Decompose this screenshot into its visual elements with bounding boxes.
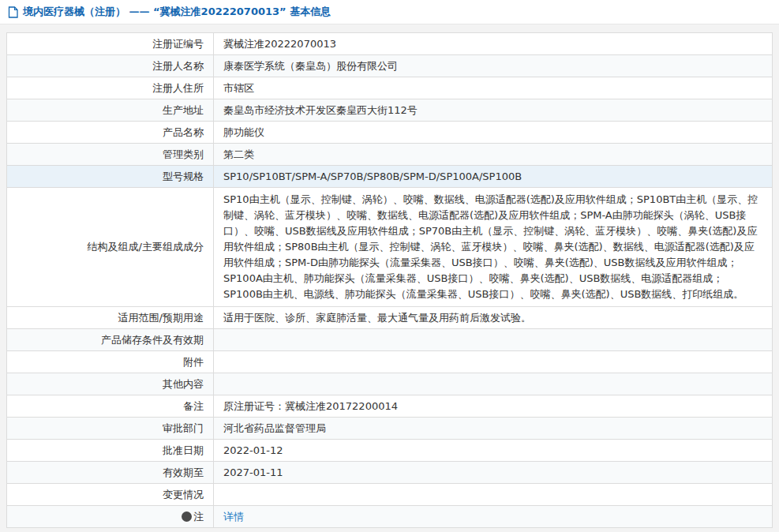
row-label: 产品名称 bbox=[7, 122, 214, 143]
row-label: 审批部门 bbox=[7, 418, 214, 439]
row-value: 河北省药品监督管理局 bbox=[214, 418, 772, 439]
row-value: 肺功能仪 bbox=[214, 122, 772, 143]
table-row-approval-date: 批准日期 2022-01-12 bbox=[7, 440, 772, 462]
table-row-management-class: 管理类别 第二类 bbox=[7, 144, 772, 166]
row-value: SP10由主机（显示、控制键、涡轮）、咬嘴、数据线、电源适配器(选配)及应用软件… bbox=[214, 188, 772, 306]
row-label: 适用范围/预期用途 bbox=[7, 307, 214, 328]
table-row-production-address: 生产地址 秦皇岛市经济技术开发区秦皇西大街112号 bbox=[7, 99, 772, 122]
row-label: 备注 bbox=[7, 395, 214, 417]
row-label: 有效期至 bbox=[7, 462, 214, 483]
row-value: 适用于医院、诊所、家庭肺活量、最大通气量及用药前后激发试验。 bbox=[214, 307, 772, 328]
page-title: 境内医疗器械（注册） —— “冀械注准20222070013” 基本信息 bbox=[23, 5, 331, 19]
table-row-intended-use: 适用范围/预期用途 适用于医院、诊所、家庭肺活量、最大通气量及用药前后激发试验。 bbox=[7, 307, 772, 329]
details-link[interactable]: 详情 bbox=[223, 509, 244, 525]
row-label: 产品储存条件及有效期 bbox=[7, 329, 214, 350]
table-row-registrant-name: 注册人名称 康泰医学系统（秦皇岛）股份有限公司 bbox=[7, 55, 772, 77]
row-value: 2022-01-12 bbox=[214, 440, 772, 461]
row-label: 注册人名称 bbox=[7, 55, 214, 77]
document-icon bbox=[8, 6, 18, 18]
page-header: 境内医疗器械（注册） —— “冀械注准20222070013” 基本信息 bbox=[0, 0, 779, 24]
table-row-storage-validity: 产品储存条件及有效期 bbox=[7, 329, 772, 351]
row-label: 其他内容 bbox=[7, 373, 214, 395]
row-label: 批准日期 bbox=[7, 440, 214, 461]
row-value bbox=[214, 329, 772, 350]
table-row-reg-number: 注册证编号 冀械注准20222070013 bbox=[7, 33, 772, 55]
table-row-product-name: 产品名称 肺功能仪 bbox=[7, 122, 772, 144]
row-value bbox=[214, 373, 772, 395]
note-icon bbox=[182, 511, 192, 522]
row-value: SP10/SP10BT/SPM-A/SP70B/SP80B/SPM-D/SP10… bbox=[214, 166, 772, 187]
row-label: 变更情况 bbox=[7, 484, 214, 505]
table-row-change-status: 变更情况 bbox=[7, 484, 772, 506]
row-label: 管理类别 bbox=[7, 144, 214, 165]
row-value: 市辖区 bbox=[214, 77, 772, 99]
row-value: 详情 bbox=[214, 506, 772, 527]
row-value: 秦皇岛市经济技术开发区秦皇西大街112号 bbox=[214, 99, 772, 121]
table-row-valid-until: 有效期至 2027-01-11 bbox=[7, 462, 772, 484]
table-row-model-spec: 型号规格 SP10/SP10BT/SPM-A/SP70B/SP80B/SPM-D… bbox=[7, 166, 772, 188]
table-row-approval-department: 审批部门 河北省药品监督管理局 bbox=[7, 418, 772, 440]
row-label: 附件 bbox=[7, 351, 214, 373]
row-label: 生产地址 bbox=[7, 99, 214, 121]
row-value: 原注册证号：冀械注准20172200014 bbox=[214, 395, 772, 417]
table-row-composition: 结构及组成/主要组成成分 SP10由主机（显示、控制键、涡轮）、咬嘴、数据线、电… bbox=[7, 188, 772, 307]
table-row-other-content: 其他内容 bbox=[7, 373, 772, 395]
row-value: 冀械注准20222070013 bbox=[214, 33, 772, 54]
table-row-registrant-address: 注册人住所 市辖区 bbox=[7, 77, 772, 99]
row-label: 注 bbox=[7, 506, 214, 527]
row-value: 第二类 bbox=[214, 144, 772, 165]
row-value: 康泰医学系统（秦皇岛）股份有限公司 bbox=[214, 55, 772, 77]
row-label: 结构及组成/主要组成成分 bbox=[7, 188, 214, 306]
row-value bbox=[214, 351, 772, 373]
info-table: 注册证编号 冀械注准20222070013 注册人名称 康泰医学系统（秦皇岛）股… bbox=[6, 32, 773, 528]
note-label: 注 bbox=[193, 509, 204, 525]
row-value: 2027-01-11 bbox=[214, 462, 772, 483]
row-label: 注册证编号 bbox=[7, 33, 214, 54]
table-row-remark: 备注 原注册证号：冀械注准20172200014 bbox=[7, 395, 772, 418]
row-label: 注册人住所 bbox=[7, 77, 214, 99]
table-row-attachment: 附件 bbox=[7, 351, 772, 373]
row-label: 型号规格 bbox=[7, 166, 214, 187]
table-row-note: 注 详情 bbox=[7, 506, 772, 528]
row-value bbox=[214, 484, 772, 505]
registration-detail-page: 境内医疗器械（注册） —— “冀械注准20222070013” 基本信息 注册证… bbox=[0, 0, 779, 532]
